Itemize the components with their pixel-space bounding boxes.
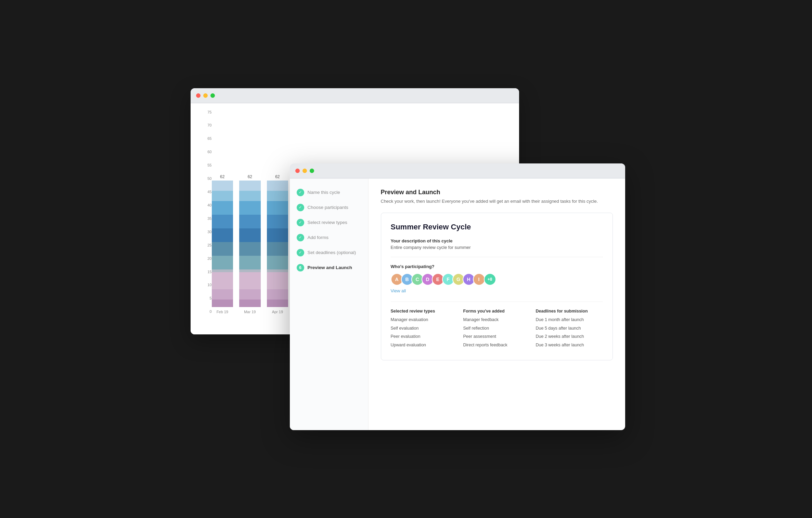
col-item: Due 5 days after launch bbox=[536, 326, 603, 332]
review-details-grid: Selected review types Manager evaluation… bbox=[391, 309, 603, 350]
view-all-link[interactable]: View all bbox=[391, 288, 603, 293]
scene: 75 70 65 60 55 50 45 40 35 30 25 20 15 1… bbox=[191, 88, 622, 430]
section-subtitle: Check your work, then launch! Everyone y… bbox=[381, 198, 613, 205]
col-item: Direct reports feedback bbox=[463, 342, 530, 348]
y-axis: 75 70 65 60 55 50 45 40 35 30 25 20 15 1… bbox=[201, 110, 212, 328]
col-header: Selected review types bbox=[391, 309, 458, 314]
sidebar: ✓ Name this cycle ✓ Choose participants … bbox=[290, 178, 369, 430]
y-label: 0 bbox=[201, 309, 212, 314]
step-label: Add forms bbox=[308, 235, 329, 240]
y-label: 25 bbox=[201, 243, 212, 247]
close-dot-front[interactable] bbox=[295, 169, 300, 173]
y-label: 20 bbox=[201, 256, 212, 261]
col-forms: Forms you've added Manager feedback Self… bbox=[463, 309, 530, 350]
section-title: Preview and Launch bbox=[381, 189, 613, 196]
col-item: Due 2 weeks after launch bbox=[536, 334, 603, 340]
chart-titlebar bbox=[191, 88, 519, 103]
col-item: Due 1 month after launch bbox=[536, 317, 603, 323]
step-label: Select review types bbox=[308, 220, 347, 225]
avatars-row: A B C D E F G H I +8 bbox=[391, 273, 603, 285]
close-dot[interactable] bbox=[196, 93, 201, 98]
sidebar-step-2[interactable]: ✓ Choose participants bbox=[297, 204, 361, 211]
front-content: ✓ Name this cycle ✓ Choose participants … bbox=[290, 178, 625, 430]
y-label: 50 bbox=[201, 176, 212, 181]
col-item: Self evaluation bbox=[391, 326, 458, 332]
y-label: 40 bbox=[201, 203, 212, 207]
step-check-icon: ✓ bbox=[297, 189, 304, 196]
sidebar-step-3[interactable]: ✓ Select review types bbox=[297, 219, 361, 226]
bar-value: 62 bbox=[220, 174, 224, 179]
y-label: 5 bbox=[201, 296, 212, 300]
cycle-title: Summer Review Cycle bbox=[391, 223, 603, 231]
main-content: Preview and Launch Check your work, then… bbox=[369, 178, 625, 430]
col-header: Forms you've added bbox=[463, 309, 530, 314]
step-label: Name this cycle bbox=[308, 190, 340, 195]
sidebar-step-4[interactable]: ✓ Add forms bbox=[297, 234, 361, 241]
bar-value: 62 bbox=[275, 174, 280, 179]
step-check-icon: ✓ bbox=[297, 234, 304, 241]
bar-label: Apr 19 bbox=[272, 310, 283, 314]
y-label: 15 bbox=[201, 270, 212, 274]
step-label: Set deadlines (optional) bbox=[308, 250, 356, 255]
y-label: 65 bbox=[201, 136, 212, 141]
y-label: 45 bbox=[201, 190, 212, 194]
bar-value: 62 bbox=[248, 174, 252, 179]
y-label: 70 bbox=[201, 123, 212, 127]
bar-group: 62 bbox=[267, 174, 288, 314]
y-label: 75 bbox=[201, 110, 212, 114]
bar-group: 62 bbox=[212, 174, 233, 314]
y-label: 55 bbox=[201, 163, 212, 167]
step-check-icon: ✓ bbox=[297, 204, 304, 211]
col-header: Deadlines for submission bbox=[536, 309, 603, 314]
step-label: Preview and Launch bbox=[308, 265, 352, 270]
avatar: I bbox=[473, 273, 485, 285]
step-check-icon: ✓ bbox=[297, 219, 304, 226]
bar bbox=[267, 181, 288, 307]
y-label: 60 bbox=[201, 150, 212, 154]
bar-group: 62 bbox=[239, 174, 261, 314]
bar-label: Mar 19 bbox=[244, 310, 256, 314]
step-label: Choose participants bbox=[308, 205, 348, 210]
col-item: Manager feedback bbox=[463, 317, 530, 323]
maximize-dot[interactable] bbox=[210, 93, 215, 98]
y-label: 10 bbox=[201, 283, 212, 287]
sidebar-step-1[interactable]: ✓ Name this cycle bbox=[297, 189, 361, 196]
description-value: Entire company review cycle for summer bbox=[391, 245, 603, 257]
step-number-icon: 6 bbox=[297, 264, 304, 271]
col-item: Self reflection bbox=[463, 326, 530, 332]
col-item: Upward evaluation bbox=[391, 342, 458, 348]
bar bbox=[239, 181, 261, 307]
y-label: 30 bbox=[201, 230, 212, 234]
description-label: Your description of this cycle bbox=[391, 238, 603, 243]
col-item: Peer evaluation bbox=[391, 334, 458, 340]
col-review-types: Selected review types Manager evaluation… bbox=[391, 309, 458, 350]
review-card: Summer Review Cycle Your description of … bbox=[381, 213, 613, 360]
participating-label: Who's participating? bbox=[391, 264, 603, 269]
review-titlebar bbox=[290, 163, 625, 178]
maximize-dot-front[interactable] bbox=[310, 169, 314, 173]
minimize-dot-front[interactable] bbox=[302, 169, 307, 173]
sidebar-step-5[interactable]: ✓ Set deadlines (optional) bbox=[297, 249, 361, 256]
sidebar-step-6[interactable]: 6 Preview and Launch bbox=[297, 264, 361, 271]
minimize-dot[interactable] bbox=[203, 93, 208, 98]
col-item: Manager evaluation bbox=[391, 317, 458, 323]
avatar-more: +8 bbox=[484, 273, 496, 285]
bar-label: Feb 19 bbox=[217, 310, 228, 314]
bar bbox=[212, 181, 233, 307]
col-item: Peer assessment bbox=[463, 334, 530, 340]
divider bbox=[391, 302, 603, 302]
y-label: 35 bbox=[201, 216, 212, 221]
step-check-icon: ✓ bbox=[297, 249, 304, 256]
col-deadlines: Deadlines for submission Due 1 month aft… bbox=[536, 309, 603, 350]
col-item: Due 3 weeks after launch bbox=[536, 342, 603, 348]
review-window: ✓ Name this cycle ✓ Choose participants … bbox=[290, 163, 625, 430]
